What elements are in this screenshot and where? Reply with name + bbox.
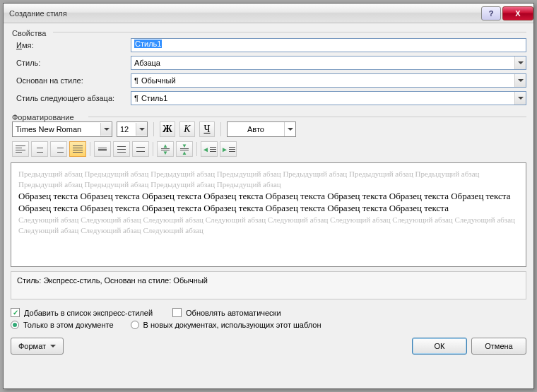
preview-next-text: Следующий абзац Следующий абзац Следующи… (18, 215, 519, 236)
align-right-button[interactable] (50, 141, 67, 157)
chevron-down-icon (100, 123, 112, 136)
name-input[interactable]: Стиль1 (131, 38, 526, 52)
style-type-combo[interactable]: Абзаца (131, 56, 526, 70)
pilcrow-icon: ¶ (134, 94, 138, 102)
label-style: Стиль: (11, 59, 131, 67)
underline-button[interactable]: Ч (199, 121, 215, 137)
next-style-combo[interactable]: ¶ Стиль1 (131, 91, 526, 105)
scope-new-docs-radio[interactable] (131, 321, 139, 329)
format-menu-button[interactable]: Формат (11, 338, 64, 355)
indent-decrease-button[interactable]: ◄ (201, 141, 218, 157)
add-quickstyle-label: Добавить в список экспресс-стилей (24, 309, 153, 317)
chevron-down-icon (284, 122, 295, 136)
spacing-single-button[interactable] (94, 141, 111, 157)
label-next-style: Стиль следующего абзаца: (11, 94, 131, 102)
font-size-combo[interactable]: 12 (117, 121, 148, 137)
scope-this-doc-label: Только в этом документе (23, 321, 114, 329)
ok-button[interactable]: ОК (412, 338, 467, 355)
dialog-title: Создание стиля (9, 9, 480, 18)
bold-button[interactable]: Ж (160, 121, 175, 137)
para-space-increase-button[interactable]: ▲▼ (157, 141, 174, 157)
close-button[interactable]: X (502, 6, 533, 20)
italic-button[interactable]: К (179, 121, 195, 137)
chevron-down-icon (514, 57, 526, 69)
align-center-button[interactable] (31, 141, 48, 157)
scope-this-doc-radio[interactable] (11, 321, 19, 329)
label-based-on: Основан на стиле: (11, 76, 131, 85)
add-quickstyle-checkbox[interactable] (11, 308, 20, 317)
chevron-down-icon (514, 92, 526, 105)
preview-previous-text: Предыдущий абзац Предыдущий абзац Предыд… (18, 169, 519, 190)
chevron-down-icon (136, 123, 147, 136)
spacing-double-button[interactable] (132, 141, 149, 157)
font-name-combo[interactable]: Times New Roman (12, 121, 112, 137)
auto-update-checkbox[interactable] (172, 308, 182, 317)
cancel-button[interactable]: Отмена (471, 338, 526, 355)
auto-update-label: Обновлять автоматически (186, 309, 281, 317)
dialog-create-style: Создание стиля ? X Свойства Имя: Стиль1 … (3, 3, 534, 389)
titlebar: Создание стиля ? X (4, 4, 533, 23)
label-name: Имя: (11, 41, 131, 49)
para-space-decrease-button[interactable]: ▼▲ (176, 141, 193, 157)
pilcrow-icon: ¶ (134, 76, 138, 85)
indent-increase-button[interactable]: ► (220, 141, 237, 157)
scope-new-docs-label: В новых документах, использующих этот ша… (143, 321, 321, 329)
based-on-combo[interactable]: ¶ Обычный (131, 73, 526, 88)
font-color-combo[interactable]: Авто (227, 121, 296, 137)
preview-sample-text: Образец текста Образец текста Образец те… (18, 190, 519, 215)
preview-pane: Предыдущий абзац Предыдущий абзац Предыд… (11, 162, 526, 267)
group-formatting-label: Форматирование (11, 113, 526, 121)
group-properties-label: Свойства (11, 29, 526, 37)
align-justify-button[interactable] (69, 141, 86, 157)
style-description: Стиль: Экспресс-стиль, Основан на стиле:… (11, 271, 526, 299)
chevron-down-icon (514, 74, 526, 87)
align-left-button[interactable] (12, 141, 29, 157)
spacing-onehalf-button[interactable] (113, 141, 130, 157)
help-button[interactable]: ? (481, 6, 501, 20)
